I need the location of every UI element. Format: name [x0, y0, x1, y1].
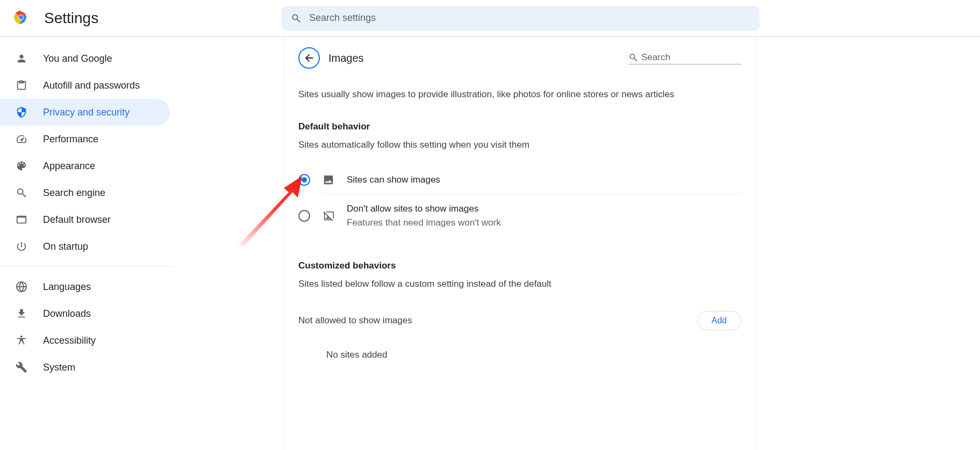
page-search-input[interactable]	[641, 52, 741, 63]
sidebar-item-label: On startup	[43, 241, 88, 252]
sidebar-item-accessibility[interactable]: Accessibility	[0, 327, 170, 354]
sidebar-item-languages[interactable]: Languages	[0, 273, 170, 300]
option-allow-images[interactable]: Sites can show images	[298, 165, 741, 194]
custom-heading: Customized behaviors	[298, 260, 741, 271]
settings-card: Images Sites usually show images to prov…	[284, 37, 756, 450]
not-allowed-heading: Not allowed to show images	[298, 315, 412, 326]
svg-point-2	[19, 15, 23, 19]
option-allow-label: Sites can show images	[347, 173, 440, 187]
sidebar-item-label: Languages	[43, 281, 91, 293]
sidebar-item-downloads[interactable]: Downloads	[0, 300, 170, 327]
image-icon	[322, 173, 335, 186]
option-block-images[interactable]: Don't allow sites to show images Feature…	[298, 194, 741, 237]
radio-allow[interactable]	[298, 174, 310, 186]
sidebar-item-appearance[interactable]: Appearance	[0, 153, 170, 179]
shield-icon	[15, 106, 28, 119]
sidebar-item-search-engine[interactable]: Search engine	[0, 179, 170, 206]
person-icon	[15, 52, 28, 65]
power-icon	[15, 240, 28, 253]
back-button[interactable]	[298, 47, 320, 69]
download-icon	[15, 307, 28, 320]
sidebar-item-you-and-google[interactable]: You and Google	[0, 45, 170, 72]
sidebar-item-label: Autofill and passwords	[43, 80, 140, 91]
speedometer-icon	[15, 133, 28, 146]
sidebar-item-label: Search engine	[43, 187, 105, 199]
clipboard-icon	[15, 79, 28, 92]
globe-icon	[15, 280, 28, 293]
sidebar-divider	[0, 266, 172, 267]
add-button[interactable]: Add	[697, 311, 741, 330]
sidebar-item-label: Performance	[43, 134, 98, 145]
sidebar-item-system[interactable]: System	[0, 354, 170, 381]
arrow-left-icon	[303, 52, 315, 64]
search-settings-bar[interactable]	[281, 6, 760, 31]
page-search[interactable]	[628, 52, 741, 64]
image-off-icon	[322, 209, 335, 222]
page-title: Images	[328, 52, 364, 64]
intro-text: Sites usually show images to provide ill…	[298, 88, 741, 101]
sidebar-item-label: Downloads	[43, 308, 91, 320]
chrome-logo-icon	[13, 9, 29, 27]
default-behavior-heading: Default behavior	[298, 121, 741, 132]
search-icon	[15, 186, 28, 199]
browser-icon	[15, 213, 28, 226]
custom-sub: Sites listed below follow a custom setti…	[298, 279, 741, 289]
accessibility-icon	[15, 334, 28, 347]
sidebar-item-default-browser[interactable]: Default browser	[0, 206, 170, 233]
sidebar-item-autofill[interactable]: Autofill and passwords	[0, 72, 170, 99]
sidebar-item-on-startup[interactable]: On startup	[0, 233, 170, 260]
search-settings-input[interactable]	[309, 12, 750, 24]
no-sites-text: No sites added	[326, 350, 741, 360]
default-behavior-sub: Sites automatically follow this setting …	[298, 140, 741, 150]
search-icon	[291, 13, 302, 24]
sidebar: You and Google Autofill and passwords Pr…	[0, 37, 172, 450]
sidebar-item-privacy[interactable]: Privacy and security	[0, 99, 170, 126]
option-block-sub: Features that need images won't work	[347, 216, 501, 230]
sidebar-item-performance[interactable]: Performance	[0, 126, 170, 153]
palette-icon	[15, 159, 28, 172]
sidebar-item-label: System	[43, 362, 75, 373]
option-block-label: Don't allow sites to show images	[347, 202, 501, 216]
search-icon	[628, 53, 638, 62]
sidebar-item-label: Accessibility	[43, 335, 96, 346]
radio-block[interactable]	[298, 210, 310, 222]
app-title: Settings	[44, 10, 98, 27]
sidebar-item-label: Privacy and security	[43, 107, 130, 118]
wrench-icon	[15, 361, 28, 374]
sidebar-item-label: Appearance	[43, 161, 95, 172]
sidebar-item-label: You and Google	[43, 53, 112, 64]
sidebar-item-label: Default browser	[43, 214, 111, 226]
